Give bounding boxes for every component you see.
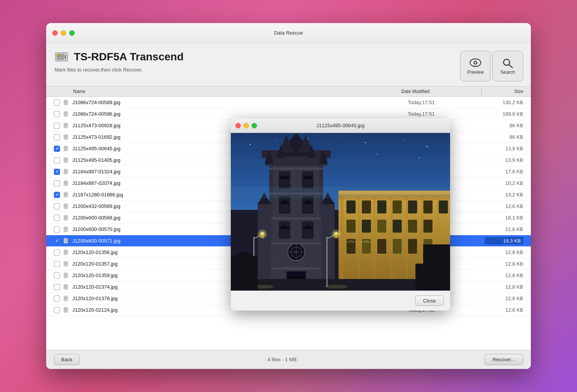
svg-rect-33 bbox=[65, 161, 66, 161]
file-checkbox[interactable] bbox=[54, 296, 60, 302]
preview-title: J1125x495-00645.jpg bbox=[316, 123, 364, 128]
svg-point-176 bbox=[325, 285, 348, 289]
title-bar: Data Rescue bbox=[46, 23, 531, 43]
device-name: TS-RDF5A Transcend bbox=[74, 51, 183, 63]
search-icon bbox=[501, 57, 515, 68]
svg-rect-73 bbox=[65, 276, 66, 276]
svg-rect-155 bbox=[269, 218, 323, 219]
file-checkbox[interactable] bbox=[54, 157, 60, 163]
file-size: 10,2 KB bbox=[485, 180, 523, 186]
svg-rect-179 bbox=[415, 264, 450, 291]
file-type-icon bbox=[63, 111, 70, 118]
svg-rect-51 bbox=[65, 216, 67, 217]
svg-rect-35 bbox=[65, 170, 67, 171]
file-checkbox[interactable] bbox=[54, 203, 60, 209]
col-divider bbox=[481, 88, 482, 95]
file-size: 12,6 KB bbox=[485, 226, 523, 232]
file-checkbox[interactable] bbox=[54, 249, 60, 256]
file-type-icon bbox=[63, 249, 70, 256]
preview-button[interactable]: Preview bbox=[460, 51, 491, 81]
maximize-button[interactable] bbox=[69, 30, 75, 36]
svg-rect-52 bbox=[65, 217, 67, 218]
svg-rect-160 bbox=[321, 202, 335, 291]
file-checkbox[interactable] bbox=[54, 272, 60, 279]
preview-window[interactable]: J1125x495-00645.jpg bbox=[231, 118, 450, 311]
svg-rect-21 bbox=[65, 126, 66, 126]
file-name: J1086x724-00596.jpg bbox=[72, 111, 408, 117]
file-size: 19,3 KB bbox=[485, 237, 523, 244]
file-checkbox[interactable] bbox=[54, 180, 60, 186]
svg-rect-67 bbox=[65, 262, 67, 263]
file-checkbox[interactable] bbox=[54, 192, 60, 198]
svg-point-97 bbox=[419, 158, 420, 159]
column-headers: Name Date Modified Size bbox=[46, 86, 531, 97]
svg-rect-111 bbox=[392, 219, 402, 233]
device-icon bbox=[54, 49, 69, 65]
file-checkbox[interactable] bbox=[54, 238, 60, 244]
svg-rect-124 bbox=[377, 239, 387, 254]
file-size: 17,6 KB bbox=[485, 169, 523, 174]
recover-button[interactable]: Recover... bbox=[484, 354, 523, 365]
file-checkbox[interactable] bbox=[54, 134, 60, 140]
svg-rect-39 bbox=[65, 182, 67, 182]
search-button[interactable]: Search bbox=[492, 51, 523, 81]
file-checkbox[interactable] bbox=[54, 284, 60, 290]
svg-rect-180 bbox=[231, 187, 450, 198]
window-title: Data Rescue bbox=[274, 30, 303, 36]
file-size: 130,2 KB bbox=[485, 100, 523, 105]
file-checkbox[interactable] bbox=[54, 215, 60, 221]
preview-close-light[interactable] bbox=[235, 123, 241, 128]
svg-rect-101 bbox=[346, 200, 356, 214]
svg-rect-16 bbox=[65, 113, 67, 114]
file-checkbox[interactable] bbox=[54, 226, 60, 233]
col-header-size: Size bbox=[485, 89, 523, 94]
svg-rect-64 bbox=[65, 252, 67, 252]
svg-rect-113 bbox=[423, 219, 433, 233]
preview-title-bar: J1125x495-00645.jpg bbox=[231, 118, 450, 133]
svg-rect-41 bbox=[65, 184, 66, 184]
file-size: 12,8 KB bbox=[485, 307, 523, 313]
file-type-icon bbox=[63, 238, 70, 244]
header-left: TS-RDF5A Transcend Mark files to recover… bbox=[54, 49, 183, 73]
close-button[interactable] bbox=[52, 30, 58, 36]
header: TS-RDF5A Transcend Mark files to recover… bbox=[46, 43, 531, 86]
file-size: 12,6 KB bbox=[485, 203, 523, 209]
svg-point-93 bbox=[427, 146, 428, 147]
svg-rect-55 bbox=[65, 228, 67, 228]
back-button[interactable]: Back bbox=[54, 354, 80, 365]
close-preview-button[interactable]: Close bbox=[415, 296, 444, 306]
file-checkbox[interactable] bbox=[54, 261, 60, 267]
svg-rect-49 bbox=[65, 207, 66, 207]
preview-minimize-light[interactable] bbox=[243, 123, 249, 128]
file-checkbox[interactable] bbox=[54, 100, 60, 106]
svg-rect-3 bbox=[65, 55, 66, 59]
svg-rect-158 bbox=[258, 202, 271, 291]
file-date: Today,17:51 bbox=[408, 100, 485, 105]
svg-rect-143 bbox=[302, 196, 314, 214]
svg-point-87 bbox=[250, 144, 251, 145]
file-type-icon bbox=[63, 134, 70, 141]
file-date: Today,17:51 bbox=[408, 111, 485, 117]
svg-rect-59 bbox=[65, 239, 67, 240]
preview-maximize-light[interactable] bbox=[252, 123, 257, 128]
svg-rect-77 bbox=[65, 287, 66, 288]
svg-rect-156 bbox=[269, 243, 323, 244]
svg-rect-12 bbox=[65, 102, 67, 102]
minimize-button[interactable] bbox=[61, 30, 66, 36]
file-checkbox[interactable] bbox=[54, 146, 60, 152]
file-checkbox[interactable] bbox=[54, 123, 60, 129]
svg-rect-104 bbox=[392, 200, 402, 214]
svg-rect-44 bbox=[65, 194, 67, 194]
svg-rect-60 bbox=[65, 240, 67, 241]
svg-rect-56 bbox=[65, 229, 67, 229]
file-size: 13,2 KB bbox=[485, 192, 523, 198]
svg-rect-32 bbox=[65, 159, 67, 160]
svg-rect-43 bbox=[65, 193, 67, 194]
file-checkbox[interactable] bbox=[54, 169, 60, 175]
file-type-icon bbox=[63, 295, 70, 302]
svg-rect-140 bbox=[279, 171, 290, 189]
svg-rect-57 bbox=[65, 230, 66, 230]
file-checkbox[interactable] bbox=[54, 111, 60, 117]
file-checkbox[interactable] bbox=[54, 307, 60, 313]
table-row[interactable]: J1086x724-00589.jpgToday,17:51130,2 KB bbox=[46, 97, 531, 108]
